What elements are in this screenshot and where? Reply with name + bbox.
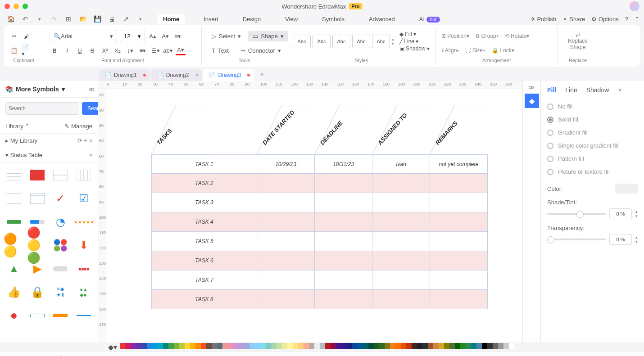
shadow-menu[interactable]: ▣ Shadow ▾	[399, 45, 430, 52]
toggle-icon[interactable]	[50, 260, 71, 278]
color-swatch[interactable]	[201, 343, 206, 349]
replace-shape-label[interactable]: Replace Shape	[563, 38, 593, 50]
options-button[interactable]: ⚙ Options	[591, 16, 619, 23]
color-swatch[interactable]	[363, 343, 368, 349]
bold-icon[interactable]: B	[50, 45, 59, 55]
color-swatch[interactable]	[147, 343, 152, 349]
color-swatch[interactable]	[152, 343, 158, 349]
expand-panel-icon[interactable]: ≫	[523, 84, 540, 91]
stars-icon[interactable]: ★★★★★	[73, 213, 94, 231]
tab-ai[interactable]: AI hot	[414, 14, 445, 24]
table-cell[interactable]	[430, 174, 488, 193]
doc-tab-2[interactable]: 📄Drawing2×	[151, 69, 203, 81]
shapes-mix-2[interactable]: ●▲◆■	[73, 283, 94, 301]
color-swatch[interactable]	[482, 343, 487, 349]
tab-home[interactable]: Home	[158, 14, 185, 24]
font-size[interactable]: 12▾	[120, 30, 145, 42]
table-cell[interactable]	[372, 212, 430, 232]
color-swatch[interactable]	[341, 343, 347, 349]
color-swatch[interactable]	[390, 343, 395, 349]
line-menu[interactable]: ╱ Line ▾	[399, 38, 430, 45]
panel-tab-line[interactable]: Line	[565, 86, 577, 94]
color-swatch[interactable]	[466, 343, 471, 349]
table-cell[interactable]	[430, 193, 488, 212]
cut-icon[interactable]: ✂	[9, 31, 19, 41]
panel-tab-shadow[interactable]: Shadow	[586, 86, 609, 94]
page-tab[interactable]: Page-1	[76, 354, 97, 356]
trans-value[interactable]: 0 %	[609, 234, 632, 245]
color-swatch[interactable]	[309, 343, 314, 349]
search-input[interactable]	[5, 102, 79, 115]
table-cell[interactable]	[315, 251, 372, 270]
table-cell[interactable]	[372, 232, 430, 251]
table-shape-3[interactable]	[50, 166, 71, 184]
group-menu[interactable]: ⧉ Group▾	[476, 33, 499, 39]
print-icon[interactable]: 🖨	[105, 14, 118, 24]
close-window[interactable]	[5, 4, 10, 9]
color-swatch[interactable]	[217, 343, 222, 349]
color-swatch[interactable]	[412, 343, 417, 349]
color-swatch[interactable]	[347, 343, 352, 349]
color-swatch[interactable]	[449, 343, 455, 349]
bar-outline[interactable]	[27, 306, 48, 324]
check-red-icon[interactable]: ✓	[50, 189, 71, 207]
color-swatch[interactable]	[298, 343, 304, 349]
color-swatch[interactable]	[493, 343, 498, 349]
color-swatch[interactable]	[228, 343, 233, 349]
tab-advanced[interactable]: Advanced	[363, 14, 400, 24]
color-swatch[interactable]	[471, 343, 476, 349]
table-cell[interactable]	[315, 290, 372, 309]
color-swatch[interactable]	[190, 343, 195, 349]
color-swatch[interactable]	[271, 343, 277, 349]
bar-orange[interactable]	[50, 306, 71, 324]
color-swatch[interactable]	[615, 184, 638, 194]
increase-font-icon[interactable]: A▴	[148, 31, 158, 41]
mylib-label[interactable]: ▸ My Library	[5, 137, 37, 144]
table-cell[interactable]	[257, 174, 315, 193]
subscript-icon[interactable]: X₂	[113, 45, 122, 55]
close-panel-icon[interactable]: ×	[618, 86, 621, 94]
table-cell[interactable]	[372, 290, 430, 309]
doc-tab-1[interactable]: 📄Drawing1	[99, 69, 150, 81]
shape-panel-icon[interactable]: ◆	[525, 94, 539, 108]
color-swatch[interactable]	[185, 343, 190, 349]
export-icon[interactable]: ↗	[120, 14, 132, 24]
warning-icon[interactable]: 🟠🟡	[4, 236, 24, 254]
tab-insert[interactable]: Insert	[198, 14, 224, 24]
color-swatch[interactable]	[379, 343, 385, 349]
table-shape-4[interactable]	[73, 166, 94, 184]
color-swatch[interactable]	[195, 343, 201, 349]
spacing-icon[interactable]: ↕▾	[125, 45, 135, 55]
format-painter-icon[interactable]: 🖌	[22, 31, 32, 41]
collapse-sidebar-icon[interactable]: ≪	[88, 86, 95, 93]
redo-icon[interactable]: ↷	[48, 14, 60, 24]
color-swatch[interactable]	[314, 343, 320, 349]
table-cell[interactable]	[430, 251, 488, 270]
panel-tab-fill[interactable]: Fill	[547, 86, 556, 94]
tab-view[interactable]: View	[280, 14, 303, 24]
line-blue[interactable]	[73, 306, 94, 324]
color-swatch[interactable]	[206, 343, 212, 349]
color-swatch[interactable]	[239, 343, 244, 349]
fill-option[interactable]: Gradient fill	[547, 126, 638, 139]
color-swatch[interactable]	[136, 343, 141, 349]
table-cell[interactable]	[372, 193, 430, 212]
sphere-red-icon[interactable]: ●	[4, 306, 24, 324]
lock-menu[interactable]: 🔒 Lock▾	[492, 47, 514, 54]
fill-picker-icon[interactable]: ◆▾	[108, 343, 117, 350]
color-swatch[interactable]	[417, 343, 422, 349]
table-cell[interactable]: TASK 7	[151, 270, 257, 290]
connector-tool[interactable]: ⤳ Connector ▾	[236, 45, 286, 56]
fill-option[interactable]: No fill	[547, 100, 638, 113]
close-icon[interactable]: ×	[195, 72, 199, 78]
color-swatch[interactable]	[125, 343, 131, 349]
color-swatch[interactable]	[244, 343, 249, 349]
color-swatch[interactable]	[222, 343, 228, 349]
table-cell[interactable]	[257, 212, 315, 232]
table-cell[interactable]: TASK 8	[151, 290, 257, 309]
color-swatch[interactable]	[498, 343, 503, 349]
color-swatch[interactable]	[260, 343, 266, 349]
publish-button[interactable]: ✈ Publish	[531, 16, 557, 23]
table-cell[interactable]	[315, 270, 372, 290]
table-cell[interactable]: TASK 1	[151, 154, 257, 174]
